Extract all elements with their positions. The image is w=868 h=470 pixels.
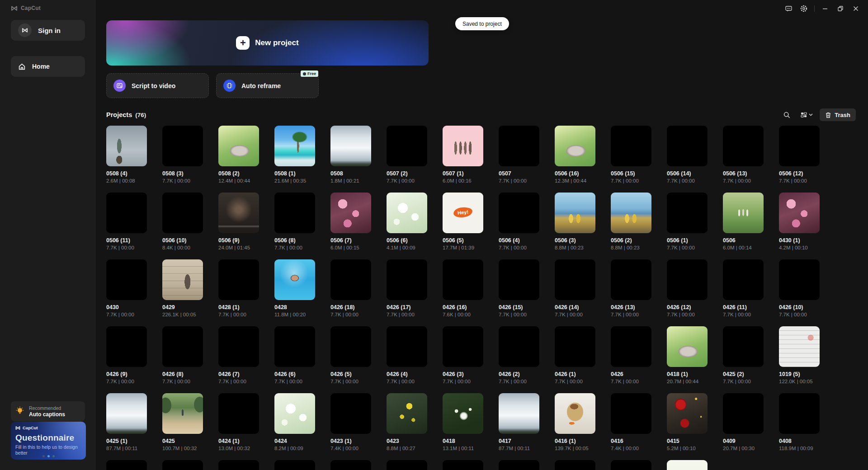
project-thumbnail[interactable] — [667, 259, 708, 300]
project-thumbnail[interactable] — [330, 326, 371, 367]
project-thumbnail[interactable] — [779, 126, 820, 166]
search-button[interactable] — [780, 108, 793, 121]
view-mode-button[interactable] — [796, 108, 817, 121]
project-thumbnail[interactable] — [162, 193, 203, 233]
project-card[interactable]: 0508 (2)12.4M | 00:44 — [218, 126, 259, 193]
project-thumbnail[interactable] — [387, 393, 427, 434]
project-card[interactable]: 0428 (1)7.7K | 00:00 — [218, 259, 259, 326]
project-thumbnail[interactable] — [779, 259, 820, 300]
project-thumbnail[interactable] — [723, 259, 764, 300]
project-thumbnail[interactable] — [555, 393, 595, 434]
project-card[interactable]: 0425 (2)7.7K | 00:00 — [723, 326, 764, 393]
project-thumbnail[interactable] — [443, 326, 483, 367]
project-card[interactable]: 0506 (16)12.3M | 00:44 — [555, 126, 595, 193]
project-thumbnail[interactable] — [555, 326, 595, 367]
project-card[interactable]: 0426 (5)7.7K | 00:00 — [330, 326, 371, 393]
project-card-partial[interactable] — [162, 460, 203, 470]
project-thumbnail[interactable] — [218, 126, 259, 166]
project-card[interactable]: 0506 (9)24.0M | 01:45 — [218, 193, 259, 259]
project-card[interactable]: 0506 (11)7.7K | 00:00 — [106, 193, 147, 259]
project-card-partial[interactable] — [274, 460, 315, 470]
project-card[interactable]: 0424 (1)13.0M | 00:32 — [218, 393, 259, 460]
project-card[interactable]: 0507 (1)6.0M | 00:16 — [443, 126, 483, 193]
carousel-dot[interactable] — [42, 455, 45, 457]
project-thumbnail[interactable] — [387, 326, 427, 367]
project-card[interactable]: 0426 (10)7.7K | 00:00 — [779, 259, 820, 326]
project-card[interactable]: 0508 (3)7.7K | 00:00 — [162, 126, 203, 193]
project-thumbnail[interactable] — [723, 393, 764, 434]
restore-icon[interactable] — [833, 2, 848, 15]
project-card[interactable]: 0506 (2)8.8M | 00:23 — [611, 193, 651, 259]
project-card-partial[interactable] — [499, 460, 539, 470]
project-thumbnail[interactable] — [218, 259, 259, 300]
project-thumbnail[interactable] — [667, 126, 708, 166]
project-thumbnail[interactable] — [330, 460, 371, 470]
project-thumbnail[interactable] — [330, 393, 371, 434]
project-thumbnail[interactable] — [330, 193, 371, 233]
project-thumbnail[interactable] — [499, 460, 539, 470]
project-card[interactable]: 0506 (13)7.7K | 00:00 — [723, 126, 764, 193]
project-card[interactable]: 0426 (12)7.7K | 00:00 — [667, 259, 708, 326]
project-thumbnail[interactable] — [443, 126, 483, 166]
sidebar-item-home[interactable]: Home — [11, 56, 85, 77]
project-thumbnail[interactable]: Hey! — [443, 193, 483, 233]
project-card-partial[interactable] — [667, 460, 708, 470]
project-card[interactable]: 0425 (1)87.7M | 00:11 — [106, 393, 147, 460]
project-thumbnail[interactable] — [555, 193, 595, 233]
project-card[interactable]: 040920.7M | 00:30 — [723, 393, 764, 460]
project-card[interactable]: 04307.7K | 00:00 — [106, 259, 147, 326]
project-card[interactable]: 041787.7M | 00:11 — [499, 393, 539, 460]
project-thumbnail[interactable] — [106, 393, 147, 434]
project-thumbnail[interactable] — [779, 326, 820, 367]
project-thumbnail[interactable] — [555, 259, 595, 300]
carousel-dot[interactable] — [52, 455, 55, 457]
project-thumbnail[interactable] — [218, 193, 259, 233]
project-thumbnail[interactable] — [611, 126, 651, 166]
project-card[interactable]: 0506 (7)6.0M | 00:15 — [330, 193, 371, 259]
project-thumbnail[interactable] — [274, 326, 315, 367]
project-card[interactable]: 0507 (2)7.7K | 00:00 — [387, 126, 427, 193]
project-card[interactable]: 0426 (18)7.7K | 00:00 — [330, 259, 371, 326]
project-thumbnail[interactable] — [330, 259, 371, 300]
project-thumbnail[interactable] — [723, 326, 764, 367]
project-card-partial[interactable] — [555, 460, 595, 470]
project-thumbnail[interactable] — [106, 193, 147, 233]
project-thumbnail[interactable] — [106, 259, 147, 300]
project-thumbnail[interactable] — [779, 193, 820, 233]
project-thumbnail[interactable] — [667, 460, 708, 470]
project-card[interactable]: 0506 (15)7.7K | 00:00 — [611, 126, 651, 193]
project-thumbnail[interactable] — [274, 259, 315, 300]
project-thumbnail[interactable] — [499, 193, 539, 233]
project-thumbnail[interactable] — [611, 326, 651, 367]
project-thumbnail[interactable] — [611, 393, 651, 434]
project-card-partial[interactable] — [387, 460, 427, 470]
project-card[interactable]: 0508 (4)2.6M | 00:08 — [106, 126, 147, 193]
project-card[interactable]: 0426 (4)7.7K | 00:00 — [387, 326, 427, 393]
project-card[interactable]: 0426 (6)7.7K | 00:00 — [274, 326, 315, 393]
project-thumbnail[interactable] — [162, 259, 203, 300]
project-card[interactable]: 04238.8M | 00:27 — [387, 393, 427, 460]
project-card[interactable]: 0506 (14)7.7K | 00:00 — [667, 126, 708, 193]
project-card[interactable]: 0426 (14)7.7K | 00:00 — [555, 259, 595, 326]
project-thumbnail[interactable] — [274, 460, 315, 470]
project-card[interactable]: 041813.1M | 00:11 — [443, 393, 483, 460]
project-card[interactable]: 0430 (1)4.2M | 00:10 — [779, 193, 820, 259]
project-thumbnail[interactable] — [499, 259, 539, 300]
project-card[interactable]: 0506 (10)8.4K | 00:00 — [162, 193, 203, 259]
project-card[interactable]: 04155.2M | 00:10 — [667, 393, 708, 460]
project-thumbnail[interactable] — [387, 193, 427, 233]
project-thumbnail[interactable] — [106, 126, 147, 166]
project-thumbnail[interactable] — [162, 393, 203, 434]
project-thumbnail[interactable] — [106, 326, 147, 367]
recommended-card[interactable]: Recommended Auto captions — [11, 401, 85, 421]
project-card[interactable]: 1019 (5)122.0K | 00:05 — [779, 326, 820, 393]
project-card[interactable]: 0506 (6)4.1M | 00:09 — [387, 193, 427, 259]
project-thumbnail[interactable] — [330, 126, 371, 166]
project-thumbnail[interactable] — [106, 460, 147, 470]
feedback-icon[interactable] — [781, 2, 796, 15]
project-card[interactable]: 0506 (8)7.7K | 00:00 — [274, 193, 315, 259]
project-card[interactable]: 0506 (4)7.7K | 00:00 — [499, 193, 539, 259]
project-card[interactable]: 0426 (17)7.7K | 00:00 — [387, 259, 427, 326]
project-thumbnail[interactable] — [779, 393, 820, 434]
project-card[interactable]: 0426 (7)7.7K | 00:00 — [218, 326, 259, 393]
